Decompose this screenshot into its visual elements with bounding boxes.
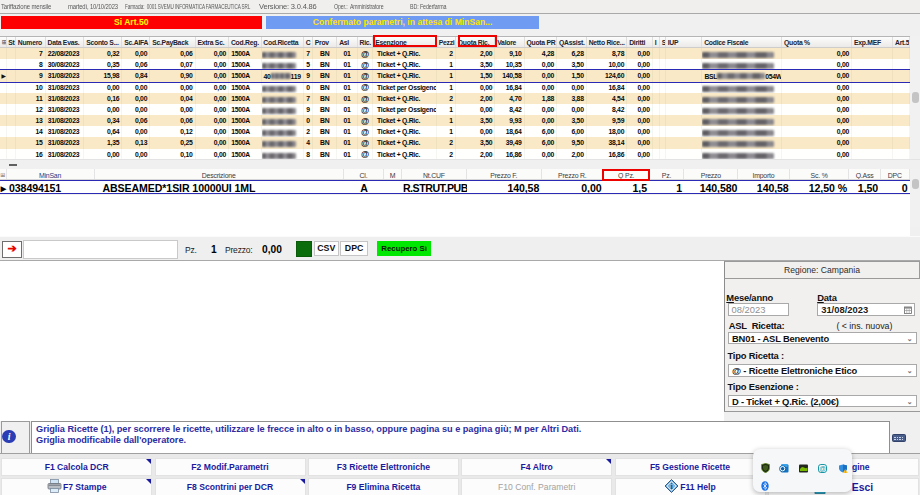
svg-text:!: !	[845, 470, 846, 473]
svg-text:@: @	[819, 465, 826, 472]
